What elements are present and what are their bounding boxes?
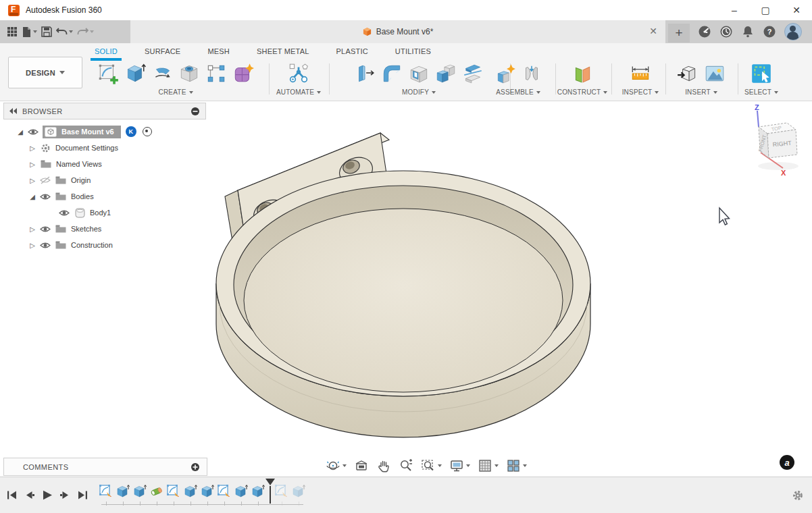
timeline-feature-extrude[interactable]: [116, 484, 130, 500]
timeline-feature-extrude[interactable]: [200, 484, 215, 500]
insert-image-icon[interactable]: [703, 62, 726, 85]
press-pull-icon[interactable]: [353, 62, 376, 85]
timeline-feature-extrude[interactable]: [234, 484, 249, 500]
notifications-bell-icon[interactable]: [741, 25, 755, 38]
collapsed-triangle-icon[interactable]: ▷: [29, 225, 36, 233]
timeline-feature-extrude[interactable]: [132, 484, 147, 500]
collapsed-triangle-icon[interactable]: ▷: [29, 177, 36, 184]
fillet-icon[interactable]: [380, 62, 403, 85]
tab-plastic[interactable]: PLASTIC: [335, 45, 370, 59]
new-tab-plus-icon[interactable]: +: [668, 24, 690, 43]
view-cube[interactable]: Z X RIGHT FRONT TOP: [755, 103, 798, 177]
orbit-icon[interactable]: [324, 457, 348, 475]
eye-icon[interactable]: [40, 225, 51, 233]
tab-solid[interactable]: SOLID: [93, 45, 119, 59]
browser-item-base-mount[interactable]: ◢ Base Mount v6 K: [3, 124, 206, 140]
viewport-canvas[interactable]: Z X RIGHT FRONT TOP BROWSER: [0, 101, 812, 477]
collapse-panel-icon[interactable]: [9, 108, 18, 114]
grid-settings-icon[interactable]: [476, 457, 500, 475]
assistant-icon[interactable]: a: [780, 455, 794, 470]
group-label-construct[interactable]: CONSTRUCT: [561, 88, 604, 96]
timeline-feature-sketch-rolled[interactable]: [274, 484, 289, 500]
create-sketch-icon[interactable]: [97, 62, 120, 85]
measure-icon[interactable]: [629, 62, 652, 85]
group-label-inspect[interactable]: INSPECT: [619, 88, 662, 96]
insert-derive-icon[interactable]: [676, 62, 699, 85]
browser-item-construction[interactable]: ▷ Construction: [3, 237, 206, 253]
joint-icon[interactable]: [522, 63, 542, 84]
save-icon[interactable]: [41, 26, 52, 37]
collaborator-badge[interactable]: K: [126, 126, 136, 137]
redo-button[interactable]: [77, 27, 94, 37]
pan-icon[interactable]: [375, 457, 392, 475]
app-grid-icon[interactable]: [7, 26, 18, 37]
pattern-icon[interactable]: [205, 62, 228, 85]
tab-utilities[interactable]: UTILITIES: [394, 45, 432, 59]
collapsed-triangle-icon[interactable]: ▷: [29, 144, 36, 152]
group-label-assemble[interactable]: ASSEMBLE: [489, 88, 547, 96]
collapsed-triangle-icon[interactable]: ▷: [29, 161, 36, 168]
group-label-insert[interactable]: INSERT: [673, 88, 730, 96]
shell-icon[interactable]: [407, 62, 430, 85]
timeline-feature-sketch[interactable]: [217, 484, 232, 500]
tab-mesh[interactable]: MESH: [206, 45, 231, 59]
job-status-clock-icon[interactable]: [719, 25, 733, 38]
minimize-button[interactable]: –: [719, 0, 750, 20]
eye-icon[interactable]: [28, 128, 39, 136]
group-label-select[interactable]: SELECT: [742, 88, 781, 96]
timeline-feature-sketch[interactable]: [166, 484, 181, 500]
user-avatar[interactable]: [784, 23, 802, 40]
add-comment-icon[interactable]: [191, 462, 200, 472]
eye-icon[interactable]: [40, 242, 51, 249]
step-forward-button[interactable]: [59, 490, 70, 500]
comments-panel[interactable]: COMMENTS: [3, 458, 207, 476]
expand-triangle-icon[interactable]: ◢: [17, 128, 24, 136]
fit-icon[interactable]: [420, 457, 443, 475]
hole-icon[interactable]: [178, 62, 201, 85]
construction-plane-icon[interactable]: [571, 62, 594, 85]
workspace-switcher[interactable]: DESIGN: [8, 57, 82, 88]
group-label-create[interactable]: CREATE: [93, 88, 258, 96]
automate-icon[interactable]: [287, 62, 310, 85]
timeline-feature-fillet[interactable]: [149, 484, 164, 500]
tab-surface[interactable]: SURFACE: [143, 45, 182, 59]
look-at-icon[interactable]: [353, 457, 370, 475]
eye-icon[interactable]: [59, 209, 70, 217]
minimize-panel-icon[interactable]: [191, 107, 200, 116]
select-icon[interactable]: [750, 62, 773, 85]
combine-icon[interactable]: [434, 62, 457, 85]
timeline-feature-sketch[interactable]: [99, 484, 113, 500]
undo-button[interactable]: [56, 27, 73, 37]
browser-item-body1[interactable]: Body1: [3, 205, 206, 221]
timeline-feature-marker[interactable]: [265, 484, 275, 500]
tab-close-icon[interactable]: ✕: [649, 26, 657, 36]
timeline-playhead[interactable]: [265, 479, 275, 504]
activate-component-radio[interactable]: [143, 127, 152, 136]
step-back-button[interactable]: [24, 490, 35, 500]
group-label-automate[interactable]: AUTOMATE: [278, 88, 319, 96]
eye-icon[interactable]: [40, 193, 51, 200]
go-to-start-button[interactable]: [7, 490, 18, 500]
play-button[interactable]: [42, 490, 53, 500]
browser-header[interactable]: BROWSER: [3, 103, 206, 119]
timeline-settings-gear-icon[interactable]: [792, 489, 804, 502]
help-icon[interactable]: ?: [763, 25, 776, 38]
split-body-icon[interactable]: [461, 62, 484, 85]
revolve-icon[interactable]: [151, 62, 174, 85]
go-to-end-button[interactable]: [77, 490, 88, 500]
browser-item-origin[interactable]: ▷ Origin: [3, 172, 206, 188]
extensions-icon[interactable]: [698, 25, 711, 38]
eye-off-icon[interactable]: [40, 176, 51, 184]
maximize-button[interactable]: ▢: [750, 0, 781, 20]
display-settings-icon[interactable]: [448, 457, 472, 475]
viewports-icon[interactable]: [505, 457, 528, 475]
create-form-icon[interactable]: [232, 62, 255, 85]
extrude-icon[interactable]: [124, 62, 147, 85]
timeline-feature-extrude[interactable]: [251, 484, 265, 500]
close-button[interactable]: ✕: [781, 0, 812, 20]
timeline-feature-extrude[interactable]: [183, 484, 198, 500]
browser-item-named-views[interactable]: ▷ Named Views: [3, 156, 206, 172]
browser-item-bodies[interactable]: ◢ Bodies: [3, 188, 206, 205]
browser-item-document-settings[interactable]: ▷ Document Settings: [3, 140, 206, 156]
new-component-icon[interactable]: [494, 62, 517, 85]
